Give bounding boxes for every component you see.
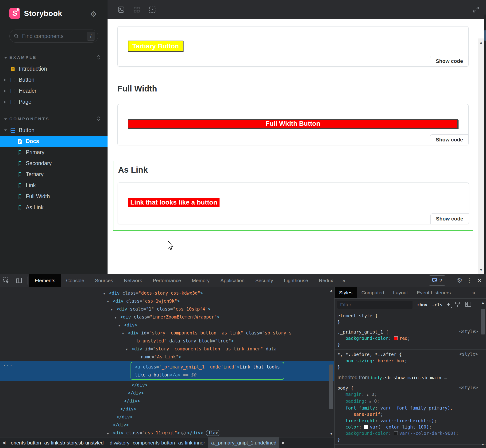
expand-collapse-all-icon[interactable] [97, 55, 100, 61]
devtools-tab-application[interactable]: Application [215, 274, 250, 287]
color-swatch[interactable] [394, 431, 398, 435]
link-that-looks-like-button[interactable]: Link that looks like a button [128, 198, 220, 207]
styles-tab-styles[interactable]: Styles [335, 287, 357, 298]
devtools-tab-security[interactable]: Security [250, 274, 279, 287]
sidebar-item-primary[interactable]: Primary [0, 147, 107, 158]
breadcrumb-item[interactable]: a._primary_gnipt_1.undefined [208, 437, 280, 448]
expand-arrow-icon[interactable]: ▼ [107, 298, 113, 306]
dom-tree-line[interactable]: ▼<div class="css-1wjen9k"> [0, 297, 334, 305]
devtools-tab-elements[interactable]: Elements [29, 274, 61, 287]
style-declaration-line[interactable]: background-color: red; [337, 335, 478, 342]
console-messages-button[interactable]: 2 [429, 275, 445, 286]
dom-tree-line[interactable]: </div> [0, 389, 334, 397]
scroll-down-icon[interactable]: ▼ [328, 432, 334, 436]
expand-arrow-icon[interactable]: ▼ [111, 306, 116, 314]
full-width-button[interactable]: Full Width Button [128, 119, 458, 128]
style-declaration-line[interactable]: ._primary_gnipt_1 { [337, 329, 478, 335]
sidebar-item-tertiary[interactable]: Tertiary [0, 169, 107, 180]
stylesheet-source-link[interactable]: <style> [459, 385, 478, 390]
dom-tree-line[interactable]: </div> [0, 381, 334, 389]
dom-tree-line[interactable]: ▼<div> [0, 321, 334, 329]
style-declaration-line[interactable]: } [337, 364, 478, 370]
style-rule[interactable]: <style>._primary_gnipt_1 { background-co… [335, 327, 486, 350]
inline-menu-dots-icon[interactable]: ··· [3, 363, 13, 368]
elements-scrollbar[interactable]: ▲ ▼ [328, 287, 334, 437]
search-input[interactable]: Find components / [9, 30, 98, 43]
devtools-menu-icon[interactable]: ⋮ [466, 277, 472, 284]
inherited-link[interactable]: body [371, 375, 382, 380]
styles-scrollbar[interactable]: ▲ ▼ [480, 298, 486, 448]
color-swatch[interactable] [364, 425, 368, 429]
devtools-tab-network[interactable]: Network [119, 274, 148, 287]
stylesheet-source-link[interactable]: <style> [459, 351, 478, 357]
styles-scrollbar-thumb[interactable] [481, 309, 485, 335]
item-caret-icon[interactable] [4, 101, 6, 104]
item-caret-icon[interactable] [4, 79, 6, 81]
item-caret-icon[interactable] [4, 129, 7, 131]
sidebar-item-as-link[interactable]: As Link [0, 202, 107, 213]
devtools-tab-redux[interactable]: Redux [313, 274, 338, 287]
dom-tree-line[interactable]: ▼<div class="docs-story css-kdwx3d"> [0, 289, 334, 297]
sidebar-toggle-icon[interactable] [465, 301, 471, 308]
scroll-up-icon[interactable]: ▲ [478, 40, 484, 44]
section-caret-icon[interactable] [4, 57, 7, 59]
show-code-button[interactable]: Show code [430, 56, 469, 67]
breadcrumb-back-icon[interactable]: ◀ [0, 440, 8, 445]
sidebar-item-button[interactable]: Button [0, 74, 107, 85]
style-declaration-line[interactable]: sans-serif; [337, 411, 478, 417]
expand-arrow-icon[interactable]: ▼ [115, 314, 120, 321]
style-declaration-line[interactable]: element.style { [337, 313, 478, 319]
style-declaration-line[interactable]: } [337, 319, 478, 325]
selected-node-line[interactable]: <a class="_primary_gnipt_1 undefined">Li… [135, 363, 280, 371]
dom-tree-line[interactable]: ▶<div class="css-11xgcgt">…</div>flex [0, 429, 334, 437]
style-declaration-line[interactable]: line-height: var(--line-height-m); [337, 417, 478, 424]
devtools-tab-console[interactable]: Console [61, 274, 90, 287]
device-toolbar-icon[interactable] [13, 277, 25, 284]
show-code-button[interactable]: Show code [430, 134, 469, 145]
style-rule[interactable]: element.style {} [335, 311, 486, 327]
inspect-element-icon[interactable] [0, 277, 13, 284]
style-declaration-line[interactable]: background-color: var(--color-dark-900); [337, 430, 478, 437]
new-style-rule-plus-icon[interactable]: + [447, 302, 451, 308]
window-scrollbar-thumb[interactable] [484, 30, 486, 41]
breadcrumb-item[interactable]: div#story--components-button--as-link-in… [107, 437, 208, 448]
section-header-components[interactable]: COMPONENTS [0, 113, 107, 125]
devtools-settings-gear-icon[interactable]: ⚙ [457, 277, 462, 284]
sidebar-item-introduction[interactable]: Introduction [0, 63, 107, 74]
dom-tree-line[interactable]: </div> [0, 397, 334, 405]
more-tabs-chevron[interactable]: » [338, 277, 350, 284]
dom-tree-line[interactable]: ▼<div id="story--components-button--as-l… [0, 345, 334, 353]
expand-arrow-icon[interactable]: ▼ [103, 290, 109, 298]
style-declaration-line[interactable]: padding: ▶ 0; [337, 398, 478, 405]
sidebar-item-docs[interactable]: Docs [0, 136, 107, 147]
sidebar-item-secondary[interactable]: Secondary [0, 158, 107, 169]
item-caret-icon[interactable] [4, 90, 6, 92]
dom-tree-line[interactable]: </div> [0, 437, 334, 437]
canvas-measure-icon[interactable] [149, 6, 156, 13]
sidebar-item-header[interactable]: Header [0, 85, 107, 96]
style-declaration-line[interactable]: body { [337, 385, 478, 391]
expand-arrow-icon[interactable]: ▼ [118, 321, 124, 329]
rendering-brush-icon[interactable] [454, 301, 461, 308]
style-declaration-line[interactable]: color: var(--color-light-100); [337, 424, 478, 430]
sidebar-item-button[interactable]: Button [0, 125, 107, 136]
style-declaration-line[interactable]: font-family: var(--font-family-primary), [337, 405, 478, 411]
styles-filter-input[interactable]: Filter [337, 301, 412, 309]
style-declaration-line[interactable]: margin: ▶ 0; [337, 391, 478, 398]
canvas-image-icon[interactable] [118, 6, 124, 13]
devtools-tab-performance[interactable]: Performance [148, 274, 186, 287]
sidebar-item-link[interactable]: Link [0, 180, 107, 191]
inherited-link-rest[interactable]: .sb-show-main.sb-main-… [382, 375, 447, 380]
window-scrollbar[interactable] [484, 15, 486, 274]
devtools-close-icon[interactable]: ✕ [476, 277, 482, 284]
elements-scrollbar-thumb[interactable] [329, 365, 333, 409]
dom-tree-line[interactable]: ▼<div scale="1" class="css-10skpf4"> [0, 305, 334, 313]
dom-tree-line[interactable]: </div> [0, 405, 334, 413]
expand-collapse-all-icon[interactable] [97, 116, 100, 122]
dom-tree-line[interactable]: name="As Link"> [0, 353, 334, 361]
more-tabs-chevron[interactable]: » [472, 289, 486, 296]
show-code-button[interactable]: Show code [430, 213, 469, 224]
dom-tree-line[interactable]: ▼<div class="innerZoomElementWrapper"> [0, 313, 334, 321]
scroll-up-icon[interactable]: ▲ [480, 301, 486, 304]
devtools-tab-memory[interactable]: Memory [186, 274, 215, 287]
